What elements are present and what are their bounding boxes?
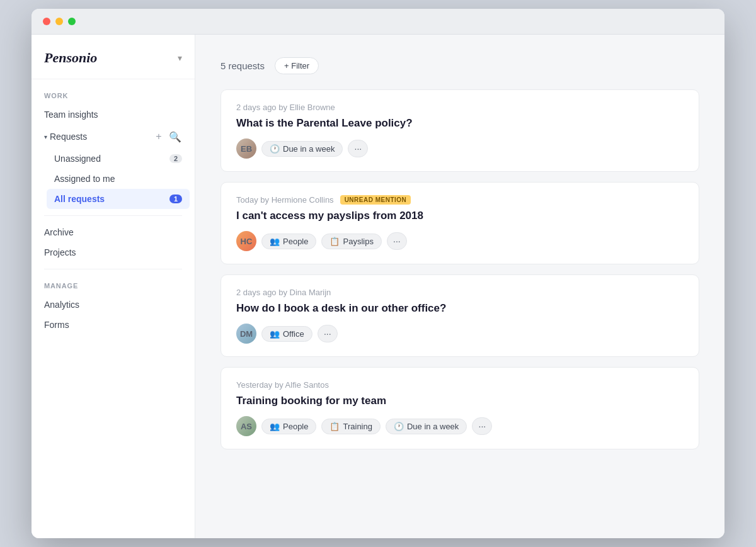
sidebar-item-projects[interactable]: Projects bbox=[32, 242, 195, 262]
card-4-meta: Yesterday by Alfie Santos bbox=[236, 380, 684, 390]
sidebar-divider-2 bbox=[44, 269, 182, 269]
sidebar-item-assigned-to-me[interactable]: Assigned to me bbox=[42, 169, 195, 189]
sidebar-item-forms[interactable]: Forms bbox=[32, 315, 195, 335]
sidebar-item-analytics[interactable]: Analytics bbox=[32, 295, 195, 315]
minimize-dot[interactable] bbox=[55, 18, 63, 25]
sidebar-label-forms: Forms bbox=[44, 320, 69, 330]
maximize-dot[interactable] bbox=[68, 18, 76, 25]
filter-button[interactable]: + Filter bbox=[275, 57, 319, 74]
card-2-more-button[interactable]: ··· bbox=[387, 232, 407, 250]
card-4-title: Training booking for my team bbox=[236, 395, 684, 407]
card-4-tag-due[interactable]: 🕐 Due in a week bbox=[386, 419, 467, 434]
sidebar-label-assigned-to-me: Assigned to me bbox=[54, 174, 115, 184]
card-1-timestamp: 2 days ago by Ellie Browne bbox=[236, 103, 335, 112]
manage-section-label: MANAGE bbox=[32, 282, 195, 295]
card-2-tag-people[interactable]: 👥 People bbox=[261, 234, 316, 249]
card-1-tags: EB 🕐 Due in a week ··· bbox=[236, 138, 684, 159]
people-icon: 👥 bbox=[270, 237, 280, 246]
logo: Pensonio bbox=[44, 50, 97, 66]
sidebar-label-requests: Requests bbox=[50, 132, 149, 142]
sidebar-label-projects: Projects bbox=[44, 247, 76, 257]
search-request-icon[interactable]: 🔍 bbox=[168, 130, 182, 144]
card-2-meta: Today by Hermione Collins UNREAD MENTION bbox=[236, 195, 684, 205]
request-card-4[interactable]: Yesterday by Alfie Santos Training booki… bbox=[220, 367, 699, 449]
card-3-tags: DM 👥 Office ··· bbox=[236, 324, 684, 344]
card-2-tag-people-label: People bbox=[283, 237, 308, 246]
sidebar-label-analytics: Analytics bbox=[44, 300, 79, 310]
request-card-3[interactable]: 2 days ago by Dina Marijn How do I book … bbox=[220, 274, 699, 357]
card-2-title: I can't access my payslips from 2018 bbox=[236, 210, 684, 222]
titlebar bbox=[32, 9, 724, 35]
sidebar-label-all-requests: All requests bbox=[54, 194, 105, 204]
requests-expand-icon: ▾ bbox=[44, 133, 47, 140]
card-4-tag-training-label: Training bbox=[343, 422, 372, 431]
card-4-tag-people[interactable]: 👥 People bbox=[261, 419, 316, 434]
app-window: Pensonio ▾ WORK Team insights ▾ Requests… bbox=[32, 9, 724, 538]
sidebar-item-unassigned[interactable]: Unassigned 2 bbox=[42, 149, 195, 169]
sidebar-item-all-requests[interactable]: All requests 1 bbox=[47, 189, 190, 209]
manage-section: MANAGE Analytics Forms bbox=[32, 276, 195, 335]
request-card-2[interactable]: Today by Hermione Collins UNREAD MENTION… bbox=[220, 182, 699, 264]
card-3-tag-office-label: Office bbox=[283, 329, 304, 339]
card-4-tag-due-label: Due in a week bbox=[407, 422, 459, 431]
clock-icon: 🕐 bbox=[270, 144, 280, 154]
app-body: Pensonio ▾ WORK Team insights ▾ Requests… bbox=[32, 35, 724, 538]
card-4-tag-people-label: People bbox=[283, 422, 308, 431]
request-card-1[interactable]: 2 days ago by Ellie Browne What is the P… bbox=[220, 89, 699, 172]
sidebar-nav: WORK Team insights ▾ Requests + 🔍 Unassi… bbox=[32, 79, 195, 538]
sidebar-item-requests[interactable]: ▾ Requests + 🔍 bbox=[32, 125, 195, 149]
card-3-avatar: DM bbox=[236, 324, 256, 344]
card-1-avatar: EB bbox=[236, 138, 256, 159]
people-icon-4: 👥 bbox=[270, 422, 280, 431]
sidebar-item-archive[interactable]: Archive bbox=[32, 222, 195, 242]
card-2-tag-payslips[interactable]: 📋 Payslips bbox=[321, 234, 381, 249]
card-4-timestamp: Yesterday by Alfie Santos bbox=[236, 380, 329, 390]
work-section-label: WORK bbox=[32, 92, 195, 104]
card-3-timestamp: 2 days ago by Dina Marijn bbox=[236, 288, 331, 297]
unread-mention-badge: UNREAD MENTION bbox=[340, 195, 411, 205]
sidebar-item-team-insights[interactable]: Team insights bbox=[32, 104, 195, 125]
card-3-tag-office[interactable]: 👥 Office bbox=[261, 326, 312, 342]
card-2-avatar: HC bbox=[236, 231, 256, 251]
card-1-tag-due-label: Due in a week bbox=[283, 144, 335, 154]
logo-area: Pensonio ▾ bbox=[32, 35, 195, 79]
close-dot[interactable] bbox=[43, 18, 50, 25]
card-2-timestamp: Today by Hermione Collins bbox=[236, 195, 334, 205]
card-4-more-button[interactable]: ··· bbox=[472, 417, 492, 435]
card-2-tag-payslips-label: Payslips bbox=[343, 237, 373, 246]
card-4-tags: AS 👥 People 📋 Training 🕐 Due in a week ·… bbox=[236, 416, 684, 436]
unassigned-badge: 2 bbox=[169, 154, 182, 163]
card-2-tags: HC 👥 People 📋 Payslips ··· bbox=[236, 231, 684, 251]
workspace-chevron-icon[interactable]: ▾ bbox=[178, 53, 182, 63]
add-request-icon[interactable]: + bbox=[152, 130, 166, 144]
payslips-icon: 📋 bbox=[329, 237, 340, 246]
filter-label: + Filter bbox=[284, 61, 309, 70]
card-1-tag-due[interactable]: 🕐 Due in a week bbox=[261, 141, 343, 157]
card-1-more-button[interactable]: ··· bbox=[348, 140, 368, 157]
all-requests-badge: 1 bbox=[169, 195, 182, 203]
sidebar-divider-1 bbox=[44, 215, 182, 216]
card-4-tag-training[interactable]: 📋 Training bbox=[321, 419, 380, 434]
requests-count: 5 requests bbox=[220, 60, 265, 71]
sidebar-label-team-insights: Team insights bbox=[44, 110, 98, 120]
training-icon: 📋 bbox=[329, 422, 340, 431]
office-icon: 👥 bbox=[270, 329, 280, 339]
clock-icon-4: 🕐 bbox=[394, 422, 404, 431]
card-1-meta: 2 days ago by Ellie Browne bbox=[236, 103, 684, 112]
sidebar-label-archive: Archive bbox=[44, 227, 74, 237]
main-content: 5 requests + Filter 2 days ago by Ellie … bbox=[195, 35, 724, 538]
card-3-more-button[interactable]: ··· bbox=[318, 325, 338, 342]
requests-submenu: Unassigned 2 Assigned to me All requests… bbox=[32, 149, 195, 209]
sidebar: Pensonio ▾ WORK Team insights ▾ Requests… bbox=[32, 35, 195, 538]
card-3-meta: 2 days ago by Dina Marijn bbox=[236, 288, 684, 297]
card-3-title: How do I book a desk in our other office… bbox=[236, 302, 684, 315]
sidebar-label-unassigned: Unassigned bbox=[54, 154, 101, 164]
main-header: 5 requests + Filter bbox=[220, 57, 699, 74]
card-1-title: What is the Parental Leave policy? bbox=[236, 117, 684, 130]
card-4-avatar: AS bbox=[236, 416, 256, 436]
